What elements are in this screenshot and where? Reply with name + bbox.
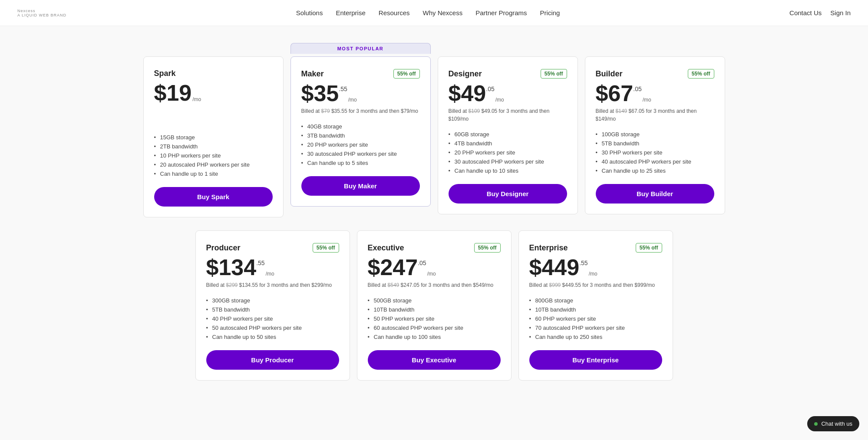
plan-producer-name: Producer: [206, 243, 241, 253]
feature-item: Can handle up to 10 sites: [449, 166, 567, 175]
plan-maker-discount: 55% off: [393, 69, 420, 79]
plan-designer-dollar: $49: [449, 82, 486, 105]
nav-partner-programs[interactable]: Partner Programs: [475, 9, 527, 16]
plan-producer-period: /mo: [266, 271, 274, 277]
nav-links: Solutions Enterprise Resources Why Nexce…: [296, 9, 560, 17]
logo: Nexcess A LIQUID WEB BRAND: [17, 9, 66, 17]
plan-spark-dollar: $19: [154, 82, 192, 104]
plan-designer-features: 60GB storage 4TB bandwidth 20 PHP worker…: [449, 130, 567, 175]
feature-item: Can handle up to 250 sites: [529, 332, 662, 341]
nav-contact[interactable]: Contact Us: [789, 9, 822, 16]
main-content: Spark $19 /mo 15GB storage 2TB bandwidth…: [130, 26, 738, 407]
navbar: Nexcess A LIQUID WEB BRAND Solutions Ent…: [0, 0, 868, 26]
plan-spark-period: /mo: [192, 96, 201, 102]
plan-designer-sup: .05: [486, 85, 494, 92]
plan-builder-features: 100GB storage 5TB bandwidth 30 PHP worke…: [596, 130, 714, 175]
plan-builder-billing: Billed at $149 $67.05 for 3 months and t…: [596, 107, 714, 123]
plan-enterprise-discount: 55% off: [636, 243, 662, 253]
plan-producer: Producer 55% off $134 .55 /mo Billed at …: [195, 230, 350, 381]
plan-executive-price: $247 .05 /mo: [368, 256, 501, 279]
feature-item: 30 autoscaled PHP workers per site: [449, 157, 567, 166]
buy-executive-button[interactable]: Buy Executive: [368, 350, 501, 370]
feature-item: 70 autoscaled PHP workers per site: [529, 323, 662, 332]
plan-executive-dollar: $247: [368, 256, 418, 279]
plan-executive-name: Executive: [368, 243, 404, 253]
plan-builder: Builder 55% off $67 .05 /mo Billed at $1…: [585, 56, 725, 214]
feature-item: 40 autoscaled PHP workers per site: [596, 157, 714, 166]
plan-producer-dollar: $134: [206, 256, 257, 279]
plan-designer-header: Designer 55% off: [449, 69, 567, 79]
feature-item: 20 PHP workers per site: [301, 140, 420, 149]
plan-executive-header: Executive 55% off: [368, 243, 501, 253]
feature-item: 3TB bandwidth: [301, 131, 420, 140]
plan-builder-name: Builder: [596, 69, 623, 79]
feature-item: Can handle up to 5 sites: [301, 158, 420, 167]
feature-item: 30 autoscaled PHP workers per site: [301, 149, 420, 158]
plan-spark-price: $19 /mo: [154, 82, 273, 104]
logo-sub: A LIQUID WEB BRAND: [17, 13, 66, 17]
plan-builder-sup: .05: [633, 85, 641, 92]
buy-enterprise-button[interactable]: Buy Enterprise: [529, 350, 662, 370]
plan-maker: MOST POPULAR Maker 55% off $35 .55 /mo B…: [290, 56, 431, 207]
plan-spark: Spark $19 /mo 15GB storage 2TB bandwidth…: [143, 56, 284, 217]
plan-builder-period: /mo: [643, 97, 651, 103]
plan-designer-price: $49 .05 /mo: [449, 82, 567, 105]
feature-item: 800GB storage: [529, 296, 662, 305]
feature-item: 50 autoscaled PHP workers per site: [206, 323, 339, 332]
nav-enterprise[interactable]: Enterprise: [336, 9, 365, 16]
buy-spark-button[interactable]: Buy Spark: [154, 187, 273, 207]
plan-enterprise-billing: Billed at $999 $449.55 for 3 months and …: [529, 281, 662, 289]
plan-enterprise-header: Enterprise 55% off: [529, 243, 662, 253]
plan-executive-features: 500GB storage 10TB bandwidth 50 PHP work…: [368, 296, 501, 341]
feature-item: 10TB bandwidth: [368, 305, 501, 314]
feature-item: 15GB storage: [154, 133, 273, 142]
nav-signin[interactable]: Sign In: [830, 9, 851, 16]
feature-item: Can handle up to 1 site: [154, 169, 273, 178]
plan-builder-discount: 55% off: [688, 69, 714, 79]
feature-item: 50 PHP workers per site: [368, 314, 501, 323]
feature-item: 5TB bandwidth: [206, 305, 339, 314]
feature-item: 60 PHP workers per site: [529, 314, 662, 323]
plan-producer-sup: .55: [256, 259, 264, 266]
feature-item: 5TB bandwidth: [596, 139, 714, 148]
feature-item: 300GB storage: [206, 296, 339, 305]
feature-item: 10TB bandwidth: [529, 305, 662, 314]
plan-spark-header: Spark: [154, 69, 273, 78]
feature-item: 500GB storage: [368, 296, 501, 305]
buy-designer-button[interactable]: Buy Designer: [449, 184, 567, 204]
plan-maker-features: 40GB storage 3TB bandwidth 20 PHP worker…: [301, 122, 420, 167]
buy-builder-button[interactable]: Buy Builder: [596, 184, 714, 204]
plan-producer-header: Producer 55% off: [206, 243, 339, 253]
most-popular-banner: MOST POPULAR: [290, 43, 431, 54]
plan-designer-discount: 55% off: [541, 69, 567, 79]
feature-item: Can handle up to 25 sites: [596, 166, 714, 175]
feature-item: 2TB bandwidth: [154, 142, 273, 151]
plan-builder-dollar: $67: [596, 82, 634, 105]
plan-designer: Designer 55% off $49 .05 /mo Billed at $…: [438, 56, 578, 214]
plan-designer-period: /mo: [495, 97, 504, 103]
pricing-row-2: Producer 55% off $134 .55 /mo Billed at …: [195, 230, 673, 381]
plan-maker-dollar: $35: [301, 82, 339, 105]
nav-solutions[interactable]: Solutions: [296, 9, 323, 16]
nav-pricing[interactable]: Pricing: [540, 9, 560, 16]
plan-enterprise-features: 800GB storage 10TB bandwidth 60 PHP work…: [529, 296, 662, 341]
nav-why-nexcess[interactable]: Why Nexcess: [423, 9, 463, 16]
plan-maker-header: Maker 55% off: [301, 69, 420, 79]
plan-enterprise-period: /mo: [589, 271, 597, 277]
plan-maker-billing: Billed at $79 $35.55 for 3 months and th…: [301, 107, 420, 115]
buy-maker-button[interactable]: Buy Maker: [301, 176, 420, 196]
nav-right: Contact Us Sign In: [789, 9, 851, 16]
logo-text: Nexcess: [17, 9, 66, 13]
plan-executive-period: /mo: [427, 271, 436, 277]
plan-designer-name: Designer: [449, 69, 482, 79]
buy-producer-button[interactable]: Buy Producer: [206, 350, 339, 370]
feature-item: 60 autoscaled PHP workers per site: [368, 323, 501, 332]
plan-executive-discount: 55% off: [474, 243, 501, 253]
plan-enterprise-price: $449 .55 /mo: [529, 256, 662, 279]
plan-maker-sup: .55: [339, 85, 347, 92]
plan-maker-price: $35 .55 /mo: [301, 82, 420, 105]
plan-producer-price: $134 .55 /mo: [206, 256, 339, 279]
plan-maker-period: /mo: [348, 97, 357, 103]
nav-resources[interactable]: Resources: [379, 9, 410, 16]
plan-enterprise-sup: .55: [579, 259, 587, 266]
